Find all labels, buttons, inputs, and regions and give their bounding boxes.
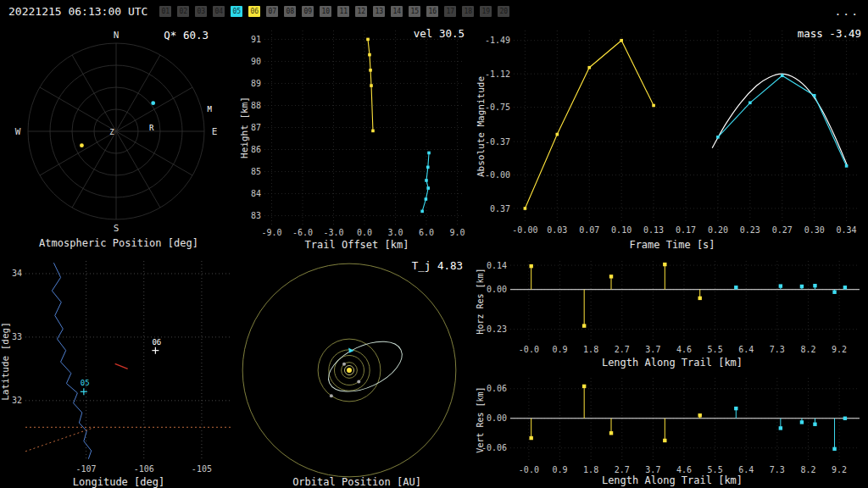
app-root: 20221215 06:13:00 UTC 010203040506070809… xyxy=(0,0,868,488)
planet xyxy=(342,363,346,366)
ground-track xyxy=(115,363,128,369)
svg-text:0.10: 0.10 xyxy=(611,225,632,235)
station-chip-16[interactable]: 16 xyxy=(426,6,438,17)
orbital-position-plot xyxy=(237,254,476,488)
svg-text:-1.49: -1.49 xyxy=(485,36,510,45)
atmospheric-position-panel: NSEWZRM Q* 60.3 Atmospheric Position [de… xyxy=(0,22,237,254)
grid xyxy=(514,30,858,222)
station-marker-05: 05 xyxy=(81,379,90,395)
svg-text:N: N xyxy=(114,30,120,41)
svg-text:88: 88 xyxy=(251,101,261,110)
station-chip-03[interactable]: 03 xyxy=(195,6,207,17)
station-chip-12[interactable]: 12 xyxy=(355,6,367,17)
station-chip-18[interactable]: 18 xyxy=(462,6,474,17)
station-05-vert-res xyxy=(734,407,847,451)
atmospheric-position-plot: NSEWZRM xyxy=(0,22,237,254)
station-06-trail xyxy=(366,38,375,133)
station-chips: 0102030405060708091011121314151617181920 xyxy=(159,6,509,17)
station-chip-14[interactable]: 14 xyxy=(391,6,403,17)
station-05-horz-res xyxy=(734,284,847,294)
orbital-position-panel: T_j 4.83 Orbital Position [AU] xyxy=(237,254,476,488)
earth-meteor-marker xyxy=(348,347,354,352)
svg-text:33: 33 xyxy=(12,332,22,341)
svg-text:0.06: 0.06 xyxy=(487,384,507,393)
svg-text:87: 87 xyxy=(251,123,261,132)
svg-text:0.13: 0.13 xyxy=(643,225,664,235)
svg-text:-0.37: -0.37 xyxy=(485,137,510,147)
svg-text:0.0: 0.0 xyxy=(357,228,372,237)
station-chip-07[interactable]: 07 xyxy=(266,6,278,17)
svg-text:83: 83 xyxy=(251,211,261,220)
overflow-menu-icon[interactable]: ... xyxy=(835,5,860,18)
svg-text:0.27: 0.27 xyxy=(772,225,793,235)
svg-text:-1.12: -1.12 xyxy=(485,69,510,79)
station-chip-09[interactable]: 09 xyxy=(302,6,314,17)
station-chip-15[interactable]: 15 xyxy=(409,6,420,17)
svg-text:M: M xyxy=(208,105,213,114)
svg-text:4.6: 4.6 xyxy=(676,465,692,474)
velocity-stat: vel 30.5 xyxy=(414,27,465,40)
light-curve-plot: -0.000.030.070.100.130.170.200.230.270.3… xyxy=(476,22,868,254)
station-chip-10[interactable]: 10 xyxy=(320,6,331,17)
svg-text:0.9: 0.9 xyxy=(552,465,567,474)
svg-text:9.2: 9.2 xyxy=(832,345,847,354)
station-chip-08[interactable]: 08 xyxy=(284,6,296,17)
svg-text:84: 84 xyxy=(251,189,261,198)
svg-text:-0.00: -0.00 xyxy=(485,170,510,180)
svg-text:05: 05 xyxy=(81,379,90,387)
svg-text:90: 90 xyxy=(251,57,261,66)
svg-text:0.9: 0.9 xyxy=(552,345,567,354)
trail-offset-plot: -9.0-6.0-3.00.03.06.09.08384858687888990… xyxy=(237,22,476,254)
mass-stat: mass -3.49 xyxy=(798,27,861,40)
svg-text:Z: Z xyxy=(109,128,114,136)
svg-text:6.4: 6.4 xyxy=(738,345,754,354)
tisserand-stat: T_j 4.83 xyxy=(412,259,463,272)
svg-text:0.07: 0.07 xyxy=(579,225,599,235)
svg-text:-0.23: -0.23 xyxy=(481,324,507,334)
svg-text:34: 34 xyxy=(12,269,22,278)
svg-text:0.00: 0.00 xyxy=(487,285,507,294)
svg-text:6.4: 6.4 xyxy=(738,465,754,474)
station-05-trail xyxy=(420,152,431,214)
planet xyxy=(330,394,333,397)
svg-text:-6.0: -6.0 xyxy=(292,228,313,237)
planet xyxy=(357,380,360,383)
station-chip-05[interactable]: 05 xyxy=(231,6,242,17)
q-stat: Q* 60.3 xyxy=(164,29,209,42)
svg-text:S: S xyxy=(114,223,120,234)
svg-text:8.2: 8.2 xyxy=(800,465,815,474)
svg-text:1.8: 1.8 xyxy=(583,345,598,354)
trail-offset-panel: -9.0-6.0-3.00.03.06.09.08384858687888990… xyxy=(237,22,476,254)
polar-grid xyxy=(28,43,204,219)
svg-text:6.0: 6.0 xyxy=(419,228,434,237)
svg-text:32: 32 xyxy=(12,396,22,405)
svg-text:5.5: 5.5 xyxy=(708,345,723,354)
svg-text:5.5: 5.5 xyxy=(708,465,723,474)
station-chip-17[interactable]: 17 xyxy=(444,6,456,17)
station-chip-04[interactable]: 04 xyxy=(213,6,225,17)
station-marker-06: 06 xyxy=(152,338,161,354)
svg-text:3.7: 3.7 xyxy=(645,345,660,354)
station-chip-20[interactable]: 20 xyxy=(498,6,509,17)
svg-text:7.3: 7.3 xyxy=(770,345,785,354)
station-chip-06[interactable]: 06 xyxy=(248,6,260,17)
vertical-residuals-panel: -0.00.91.82.73.74.65.56.47.38.29.20.060.… xyxy=(476,371,868,488)
station-chip-19[interactable]: 19 xyxy=(480,6,492,17)
svg-text:E: E xyxy=(212,126,218,137)
svg-text:-105: -105 xyxy=(192,464,212,474)
svg-text:-3.0: -3.0 xyxy=(323,228,343,237)
svg-text:-0.75: -0.75 xyxy=(485,103,510,112)
svg-text:9.2: 9.2 xyxy=(832,465,847,474)
station-chip-02[interactable]: 02 xyxy=(177,6,189,17)
svg-text:-107: -107 xyxy=(76,464,97,474)
svg-text:86: 86 xyxy=(251,145,261,154)
horizontal-residuals-panel: -0.00.91.82.73.74.65.56.47.38.29.20.140.… xyxy=(476,254,868,369)
station-chip-13[interactable]: 13 xyxy=(373,6,385,17)
ground-map-plot: -107-106-1053433320506 xyxy=(0,254,237,488)
station-chip-11[interactable]: 11 xyxy=(337,6,349,17)
svg-text:-0.0: -0.0 xyxy=(519,465,539,474)
station-chip-01[interactable]: 01 xyxy=(159,6,171,17)
light-curve-panel: -0.000.030.070.100.130.170.200.230.270.3… xyxy=(476,22,868,254)
svg-text:W: W xyxy=(15,126,21,137)
svg-text:-0.0: -0.0 xyxy=(519,345,539,354)
